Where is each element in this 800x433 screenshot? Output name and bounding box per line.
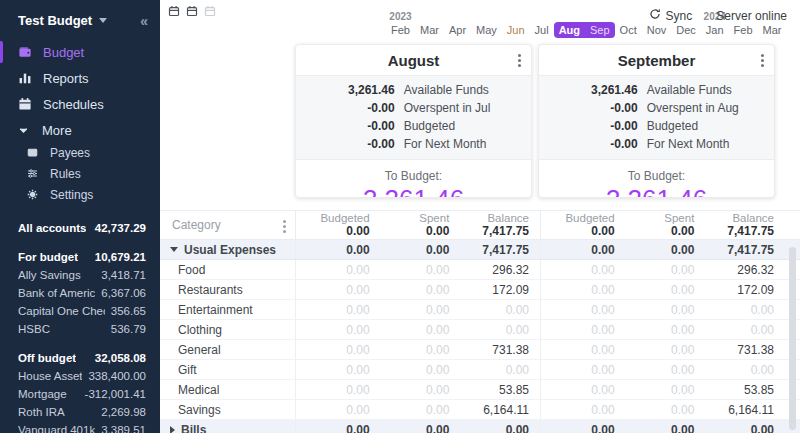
table-row[interactable]: Bills0.000.000.000.000.000.00 — [160, 420, 800, 433]
budgeted-cell[interactable]: 0.00 — [296, 303, 376, 317]
sidebar-item-schedules[interactable]: Schedules — [0, 91, 160, 117]
balance-cell[interactable]: 53.85 — [455, 383, 535, 397]
month-oct[interactable]: Oct — [615, 22, 642, 38]
balance-cell[interactable]: 0.00 — [455, 303, 535, 317]
budgeted-cell[interactable]: 0.00 — [296, 283, 376, 297]
sidebar-item-payees[interactable]: Payees — [0, 142, 160, 163]
category-cell[interactable]: Gift — [160, 363, 295, 377]
sidebar-item-rules[interactable]: Rules — [0, 163, 160, 184]
table-row[interactable]: Restaurants0.000.00172.090.000.00172.09 — [160, 280, 800, 300]
month-nov[interactable]: Nov — [642, 22, 672, 38]
budgeted-cell[interactable]: 0.00 — [296, 363, 376, 377]
sidebar-item-settings[interactable]: Settings — [0, 184, 160, 205]
budgeted-cell[interactable]: 0.00 — [541, 383, 621, 397]
account-row[interactable]: Capital One Checking356.65 — [0, 302, 160, 320]
balance-cell[interactable]: 7,417.75 — [455, 243, 535, 257]
budgeted-cell[interactable]: 0.00 — [541, 423, 621, 433]
budgeted-cell[interactable]: 0.00 — [296, 263, 376, 277]
budget-switcher[interactable]: Test Budget « — [0, 0, 160, 39]
table-row[interactable]: Savings0.000.006,164.110.000.006,164.11 — [160, 400, 800, 420]
spent-cell[interactable]: 0.00 — [376, 363, 456, 377]
spent-cell[interactable]: 0.00 — [376, 243, 456, 257]
account-group-header[interactable]: Off budget32,058.08 — [0, 349, 160, 367]
balance-cell[interactable]: 0.00 — [455, 323, 535, 337]
budgeted-cell[interactable]: 0.00 — [541, 363, 621, 377]
spent-cell[interactable]: 0.00 — [376, 343, 456, 357]
month-jun[interactable]: Jun — [502, 22, 530, 38]
budgeted-cell[interactable]: 0.00 — [296, 323, 376, 337]
account-row[interactable]: HSBC536.79 — [0, 320, 160, 338]
three-month-view-icon[interactable] — [204, 5, 217, 18]
budgeted-cell[interactable]: 0.00 — [541, 403, 621, 417]
budgeted-cell[interactable]: 0.00 — [541, 283, 621, 297]
month-sep[interactable]: Sep — [585, 22, 615, 38]
two-month-view-icon[interactable] — [186, 5, 199, 18]
balance-cell[interactable]: 0.00 — [700, 363, 780, 377]
to-budget-amount[interactable]: 3,261.46 — [296, 183, 531, 198]
category-cell[interactable]: Restaurants — [160, 283, 295, 297]
one-month-view-icon[interactable] — [168, 5, 181, 18]
category-cell[interactable]: Medical — [160, 383, 295, 397]
balance-cell[interactable]: 296.32 — [700, 263, 780, 277]
budgeted-cell[interactable]: 0.00 — [296, 243, 376, 257]
balance-cell[interactable]: 731.38 — [700, 343, 780, 357]
sync-button[interactable]: Sync — [649, 8, 693, 23]
balance-cell[interactable]: 731.38 — [455, 343, 535, 357]
expand-group-icon[interactable] — [170, 426, 175, 433]
spent-cell[interactable]: 0.00 — [621, 303, 701, 317]
to-budget-amount[interactable]: 3,261.46 — [539, 183, 774, 198]
month-dec[interactable]: Dec — [671, 22, 701, 38]
spent-cell[interactable]: 0.00 — [376, 303, 456, 317]
category-cell[interactable]: General — [160, 343, 295, 357]
spent-cell[interactable]: 0.00 — [376, 283, 456, 297]
balance-cell[interactable]: 0.00 — [455, 363, 535, 377]
balance-cell[interactable]: 0.00 — [700, 323, 780, 337]
category-cell[interactable]: Entertainment — [160, 303, 295, 317]
account-row[interactable]: Mortgage-312,001.41 — [0, 385, 160, 403]
all-accounts-row[interactable]: All accounts42,737.29 — [0, 219, 160, 237]
spent-cell[interactable]: 0.00 — [621, 343, 701, 357]
category-cell[interactable]: Clothing — [160, 323, 295, 337]
balance-cell[interactable]: 6,164.11 — [700, 403, 780, 417]
table-row[interactable]: Gift0.000.000.000.000.000.00 — [160, 360, 800, 380]
balance-cell[interactable]: 172.09 — [455, 283, 535, 297]
server-status[interactable]: Server online — [716, 9, 787, 23]
balance-cell[interactable]: 7,417.75 — [700, 243, 780, 257]
budgeted-cell[interactable]: 0.00 — [541, 323, 621, 337]
balance-cell[interactable]: 0.00 — [455, 423, 535, 433]
month-jul[interactable]: Jul — [530, 22, 554, 38]
account-row[interactable]: House Asset338,400.00 — [0, 367, 160, 385]
month-jan-2024[interactable]: Jan2024 — [701, 22, 729, 38]
card-menu-icon[interactable] — [514, 54, 524, 67]
balance-cell[interactable]: 53.85 — [700, 383, 780, 397]
collapse-sidebar-icon[interactable]: « — [140, 14, 148, 28]
category-cell[interactable]: Usual Expenses — [160, 243, 295, 257]
budgeted-cell[interactable]: 0.00 — [296, 343, 376, 357]
month-apr[interactable]: Apr — [444, 22, 471, 38]
budget-name[interactable]: Test Budget — [18, 13, 92, 28]
category-cell[interactable]: Food — [160, 263, 295, 277]
month-mar[interactable]: Mar — [758, 22, 787, 38]
table-row[interactable]: Food0.000.00296.320.000.00296.32 — [160, 260, 800, 280]
spent-cell[interactable]: 0.00 — [621, 243, 701, 257]
table-row[interactable]: Entertainment0.000.000.000.000.000.00 — [160, 300, 800, 320]
budgeted-cell[interactable]: 0.00 — [541, 243, 621, 257]
category-menu-icon[interactable] — [279, 220, 289, 233]
month-mar[interactable]: Mar — [415, 22, 444, 38]
table-row[interactable]: Usual Expenses0.000.007,417.750.000.007,… — [160, 240, 800, 260]
budgeted-cell[interactable]: 0.00 — [296, 423, 376, 433]
table-row[interactable]: Medical0.000.0053.850.000.0053.85 — [160, 380, 800, 400]
balance-cell[interactable]: 0.00 — [700, 303, 780, 317]
balance-cell[interactable]: 6,164.11 — [455, 403, 535, 417]
spent-cell[interactable]: 0.00 — [621, 383, 701, 397]
spent-cell[interactable]: 0.00 — [376, 263, 456, 277]
spent-cell[interactable]: 0.00 — [621, 423, 701, 433]
month-aug[interactable]: Aug — [554, 22, 585, 38]
category-cell[interactable]: Savings — [160, 403, 295, 417]
budgeted-cell[interactable]: 0.00 — [296, 383, 376, 397]
spent-cell[interactable]: 0.00 — [376, 383, 456, 397]
month-feb-2023[interactable]: Feb2023 — [386, 22, 415, 38]
balance-cell[interactable]: 172.09 — [700, 283, 780, 297]
spent-cell[interactable]: 0.00 — [621, 323, 701, 337]
table-row[interactable]: General0.000.00731.380.000.00731.38 — [160, 340, 800, 360]
